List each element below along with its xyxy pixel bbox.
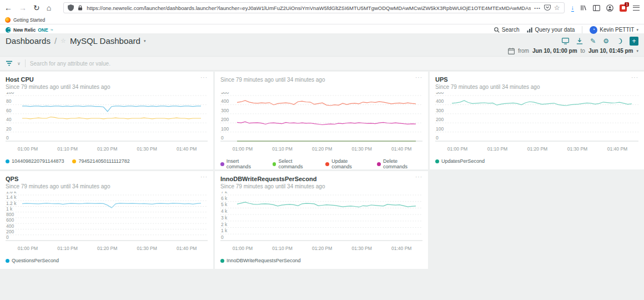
svg-text:0: 0 — [221, 135, 224, 141]
date-to-label: to — [581, 48, 585, 54]
chart-title: UPS — [435, 76, 638, 83]
chart-subtitle: Since 79 minutes ago until 34 minutes ag… — [220, 76, 422, 83]
newrelic-logo-icon — [6, 27, 11, 33]
legend-item[interactable]: Insert commands — [220, 158, 264, 169]
url-overflow-icon[interactable]: ••• — [534, 6, 540, 11]
chart-subtitle: Since 79 minutes ago until 34 minutes ag… — [435, 83, 638, 91]
chart-plot: 01 k2 k3 k4 k5 k6 k7 k01:00 PM01:10 PM01… — [220, 192, 422, 257]
bookmark-star-icon[interactable]: ☆ — [554, 4, 560, 11]
chart-plot: 02040608010001:00 PM01:10 PM01:20 PM01:3… — [6, 92, 208, 158]
legend-dot-icon — [220, 162, 224, 166]
time-picker[interactable]: from Jun 10, 01:00 pm to Jun 10, 01:45 p… — [0, 47, 644, 56]
download-dashboard-icon[interactable] — [576, 38, 583, 44]
filter-funnel-icon[interactable] — [6, 61, 13, 67]
back-icon[interactable]: ← — [4, 4, 12, 12]
legend-item[interactable]: QuestionsPerSecond — [6, 258, 59, 263]
svg-text:200: 200 — [221, 117, 229, 122]
legend-dot-icon — [220, 259, 224, 263]
svg-text:3 k: 3 k — [221, 215, 228, 221]
svg-text:100: 100 — [6, 92, 14, 95]
legend-item[interactable]: Select commands — [273, 158, 318, 169]
search-icon — [494, 27, 500, 33]
svg-text:01:00 PM: 01:00 PM — [233, 146, 253, 152]
chart-card-innodb: InnoDBWriteRequestsPerSecond Since 79 mi… — [215, 171, 428, 269]
extension-badge: 1 — [625, 2, 629, 7]
svg-text:0: 0 — [436, 135, 439, 141]
home-icon[interactable]: ⌂ — [47, 4, 51, 12]
sidebar-icon[interactable] — [593, 5, 600, 11]
library-icon[interactable] — [580, 4, 587, 11]
tv-mode-icon[interactable] — [562, 38, 569, 44]
search-button[interactable]: Search — [494, 27, 520, 33]
screenshot-extension-icon[interactable]: 1 — [620, 4, 627, 12]
page-title[interactable]: MySQL Dashboard — [70, 36, 140, 46]
newrelic-logo[interactable]: New Relic ONE ™ — [6, 27, 53, 33]
edit-icon[interactable]: ✎ — [590, 38, 596, 44]
chart-legend: QuestionsPerSecond — [6, 258, 208, 263]
newrelic-header: New Relic ONE ™ Search Query your data — [0, 24, 644, 33]
svg-text:20: 20 — [6, 126, 12, 132]
card-menu-button[interactable]: ··· — [200, 75, 208, 81]
firefox-icon — [5, 17, 11, 23]
breadcrumb-dashboards[interactable]: Dashboards — [6, 36, 51, 46]
svg-text:800: 800 — [6, 212, 14, 217]
browser-toolbar: ← → ↻ ⌂ https://one.newrelic.com/launche… — [0, 0, 644, 16]
calendar-icon — [508, 48, 515, 54]
svg-text:01:30 PM: 01:30 PM — [567, 146, 587, 152]
bookmark-getting-started[interactable]: Getting Started — [13, 17, 45, 23]
filter-chevron-icon[interactable]: ∨ — [17, 61, 21, 66]
legend-label: Update comands — [331, 158, 369, 169]
svg-text:300: 300 — [436, 108, 444, 113]
legend-item[interactable]: Delete commands — [377, 158, 422, 169]
title-chevron-icon[interactable]: ▾ — [144, 39, 146, 43]
shield-icon[interactable] — [68, 4, 74, 11]
legend-label: Insert commands — [227, 158, 264, 169]
menu-icon[interactable] — [633, 6, 640, 11]
chart-legend: Insert commandsSelect commandsUpdate com… — [220, 158, 422, 169]
svg-text:500: 500 — [436, 92, 444, 95]
svg-text:01:10 PM: 01:10 PM — [57, 246, 77, 251]
pocket-icon[interactable] — [544, 4, 551, 11]
reload-icon[interactable]: ↻ — [33, 4, 40, 12]
account-icon[interactable] — [606, 4, 613, 12]
legend-dot-icon — [435, 159, 439, 163]
query-label: Query your data — [535, 27, 575, 33]
legend-item[interactable]: Update comands — [325, 158, 369, 169]
legend-item[interactable]: InnoDBWriteRequestsPerSecond — [220, 258, 300, 263]
date-from-label: from — [518, 48, 529, 54]
legend-label: Delete commands — [383, 158, 422, 169]
forward-icon[interactable]: → — [19, 4, 27, 12]
attribute-search-input[interactable] — [30, 61, 638, 67]
chart-card-qps: QPS Since 79 minutes ago until 34 minute… — [0, 171, 213, 269]
svg-text:01:20 PM: 01:20 PM — [97, 146, 117, 152]
card-menu-button[interactable]: ··· — [415, 174, 422, 180]
favorite-star-icon[interactable]: ☆ — [61, 37, 66, 44]
user-menu[interactable]: ◔ Kevin PETTIT ▾ — [590, 26, 638, 34]
bookmarks-bar: Getting Started — [0, 16, 644, 24]
legend-item[interactable]: 7945214050111112782 — [72, 158, 129, 164]
date-from-value: Jun 10, 01:00 pm — [532, 48, 577, 54]
url-bar[interactable]: https://one.newrelic.com/launcher/dashbo… — [63, 2, 564, 13]
add-widget-button[interactable]: + — [630, 37, 638, 46]
dark-mode-moon-icon[interactable] — [616, 38, 622, 44]
filter-divider — [25, 59, 26, 67]
header-divider — [582, 26, 582, 33]
legend-item[interactable]: 1044098220791144873 — [6, 158, 64, 164]
downloads-icon[interactable]: ↓ — [571, 4, 575, 12]
chart-canvas: 01 k2 k3 k4 k5 k6 k7 k01:00 PM01:10 PM01… — [220, 192, 422, 257]
card-menu-button[interactable]: ··· — [415, 75, 422, 81]
svg-text:500: 500 — [221, 92, 229, 95]
card-menu-button[interactable]: ··· — [631, 75, 638, 81]
svg-text:01:20 PM: 01:20 PM — [312, 146, 332, 152]
settings-gear-icon[interactable]: ⚙ — [603, 38, 609, 44]
card-menu-button[interactable]: ··· — [200, 174, 208, 180]
svg-text:7 k: 7 k — [221, 192, 228, 194]
legend-item[interactable]: UpdatesPerSecond — [435, 158, 485, 164]
svg-text:01:40 PM: 01:40 PM — [391, 146, 411, 152]
chart-legend: InnoDBWriteRequestsPerSecond — [220, 258, 422, 263]
query-your-data-button[interactable]: Query your data — [527, 27, 575, 33]
url-text[interactable]: https://one.newrelic.com/launcher/dashbo… — [87, 5, 531, 11]
legend-dot-icon — [325, 162, 329, 166]
svg-text:1.2 k: 1.2 k — [6, 201, 17, 206]
chart-canvas: 010020030040050001:00 PM01:10 PM01:20 PM… — [435, 92, 638, 158]
